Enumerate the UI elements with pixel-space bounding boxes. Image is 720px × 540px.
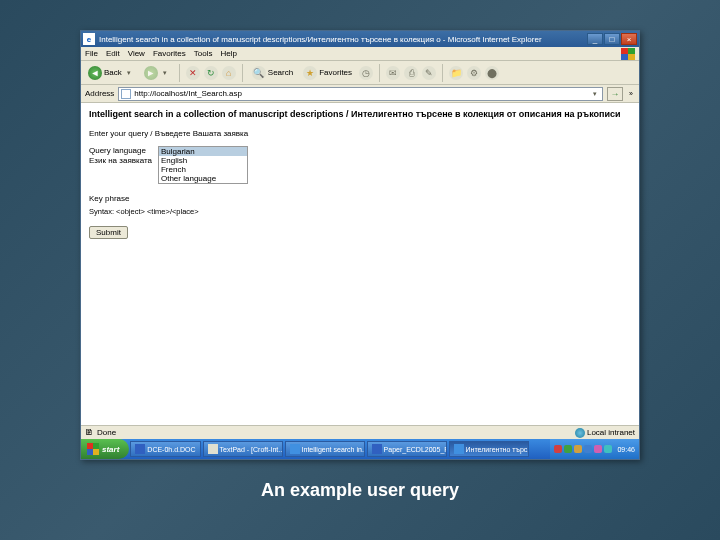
home-button[interactable]: ⌂ xyxy=(222,66,236,80)
page-content: Intelligent search in a collection of ma… xyxy=(81,103,639,425)
tray-icon[interactable] xyxy=(554,445,562,453)
language-select[interactable]: Bulgarian English French Other language xyxy=(158,146,248,184)
palette-button[interactable]: ⬤ xyxy=(485,66,499,80)
links-label[interactable]: » xyxy=(627,90,635,97)
menu-bar: File Edit View Favorites Tools Help xyxy=(81,47,639,61)
back-label: Back xyxy=(104,68,122,77)
browser-window: e Intelligent search in a collection of … xyxy=(80,30,640,460)
print-button[interactable]: ⎙ xyxy=(404,66,418,80)
start-flag-icon xyxy=(87,443,99,455)
back-button[interactable]: ◄ Back ▾ xyxy=(85,64,137,82)
page-icon xyxy=(121,89,131,99)
slide-caption: An example user query xyxy=(0,480,720,501)
start-button[interactable]: start xyxy=(81,439,129,459)
tray-icon[interactable] xyxy=(584,445,592,453)
status-bar: 🖹 Done Local intranet xyxy=(81,425,639,439)
menu-help[interactable]: Help xyxy=(220,49,236,58)
taskbar: start DCE-0h.d.DOC TextPad - [Croft-Int.… xyxy=(81,439,639,459)
submit-button[interactable]: Submit xyxy=(89,226,128,239)
address-input[interactable]: http://localhost/Int_Search.asp ▾ xyxy=(118,87,603,101)
intranet-icon xyxy=(575,428,585,438)
status-done-icon: 🖹 xyxy=(85,428,93,437)
tray-icon[interactable] xyxy=(594,445,602,453)
title-bar[interactable]: e Intelligent search in a collection of … xyxy=(81,31,639,47)
key-phrase-label: Key phrase xyxy=(89,194,631,203)
address-url: http://localhost/Int_Search.asp xyxy=(134,89,242,98)
toolbar: ◄ Back ▾ ► ▾ ✕ ↻ ⌂ 🔍 Search ★ Favorites … xyxy=(81,61,639,85)
folder-button[interactable]: 📁 xyxy=(449,66,463,80)
minimize-button[interactable]: _ xyxy=(587,33,603,45)
page-heading: Intelligent search in a collection of ma… xyxy=(89,109,631,119)
zone-label: Local intranet xyxy=(587,428,635,437)
lang-option-other[interactable]: Other language xyxy=(159,174,247,183)
query-language-label: Query language Език на заявката xyxy=(89,146,152,166)
address-label: Address xyxy=(85,89,114,98)
forward-dropdown-icon[interactable]: ▾ xyxy=(160,69,170,77)
search-icon: 🔍 xyxy=(252,66,266,80)
status-text: Done xyxy=(97,428,571,437)
security-zone: Local intranet xyxy=(575,428,635,438)
task-item-ie1[interactable]: Intelligent search in... xyxy=(285,441,365,457)
back-icon: ◄ xyxy=(88,66,102,80)
start-label: start xyxy=(102,445,119,454)
ie-icon: e xyxy=(83,33,95,45)
maximize-button[interactable]: □ xyxy=(604,33,620,45)
task-item-word[interactable]: DCE-0h.d.DOC xyxy=(130,441,200,457)
lang-option-bulgarian[interactable]: Bulgarian xyxy=(159,147,247,156)
tray-icon[interactable] xyxy=(564,445,572,453)
task-item-word2[interactable]: Paper_ECDL2005_Pa... xyxy=(367,441,447,457)
search-label: Search xyxy=(268,68,293,77)
menu-file[interactable]: File xyxy=(85,49,98,58)
forward-icon: ► xyxy=(144,66,158,80)
tray-icon[interactable] xyxy=(604,445,612,453)
system-tray: 09:46 xyxy=(550,439,639,459)
back-dropdown-icon[interactable]: ▾ xyxy=(124,69,134,77)
menu-favorites[interactable]: Favorites xyxy=(153,49,186,58)
stop-button[interactable]: ✕ xyxy=(186,66,200,80)
edit-button[interactable]: ✎ xyxy=(422,66,436,80)
go-button[interactable]: → xyxy=(607,87,623,101)
tray-icon[interactable] xyxy=(574,445,582,453)
clock[interactable]: 09:46 xyxy=(617,446,635,453)
close-button[interactable]: × xyxy=(621,33,637,45)
menu-view[interactable]: View xyxy=(128,49,145,58)
favorites-button[interactable]: ★ Favorites xyxy=(300,64,355,82)
query-prompt: Enter your query / Въведете Вашата заявк… xyxy=(89,129,631,138)
window-title: Intelligent search in a collection of ma… xyxy=(99,35,587,44)
menu-edit[interactable]: Edit xyxy=(106,49,120,58)
address-bar: Address http://localhost/Int_Search.asp … xyxy=(81,85,639,103)
lang-option-french[interactable]: French xyxy=(159,165,247,174)
favorites-icon: ★ xyxy=(303,66,317,80)
history-button[interactable]: ◷ xyxy=(359,66,373,80)
menu-tools[interactable]: Tools xyxy=(194,49,213,58)
refresh-button[interactable]: ↻ xyxy=(204,66,218,80)
syntax-hint: Syntax: <object> <time>/<place> xyxy=(89,207,631,216)
settings-button[interactable]: ⚙ xyxy=(467,66,481,80)
address-dropdown-icon[interactable]: ▾ xyxy=(590,90,600,98)
mail-button[interactable]: ✉ xyxy=(386,66,400,80)
windows-flag-icon xyxy=(621,48,635,60)
lang-option-english[interactable]: English xyxy=(159,156,247,165)
task-item-ie2[interactable]: Интелигентно търс... xyxy=(449,441,529,457)
favorites-label: Favorites xyxy=(319,68,352,77)
search-button[interactable]: 🔍 Search xyxy=(249,64,296,82)
task-item-textpad[interactable]: TextPad - [Croft-Int... xyxy=(203,441,283,457)
forward-button[interactable]: ► ▾ xyxy=(141,64,173,82)
